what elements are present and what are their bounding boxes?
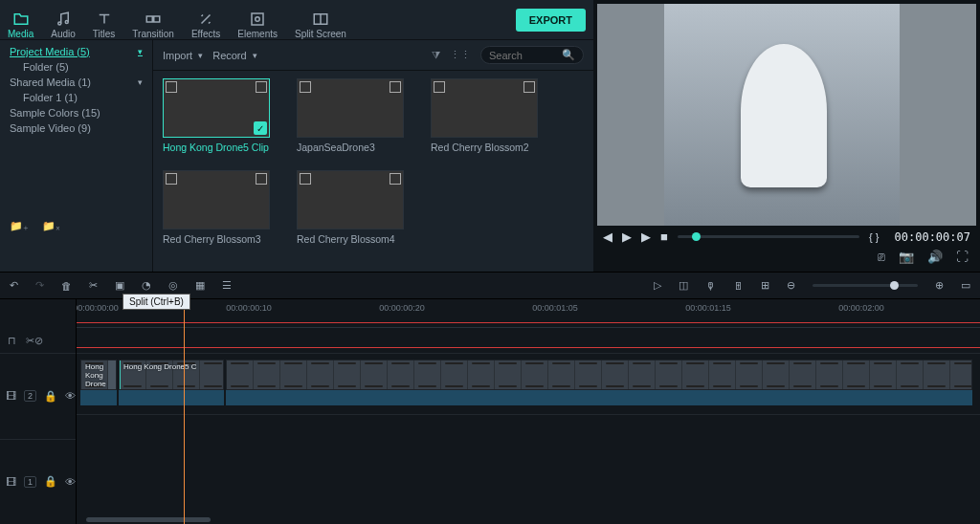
delete-folder-icon[interactable]: 📁ₓ <box>42 220 60 232</box>
zoom-slider[interactable] <box>813 284 918 287</box>
export-button[interactable]: EXPORT <box>516 9 586 32</box>
speed-icon[interactable]: ◔ <box>142 279 151 292</box>
check-icon: ✓ <box>254 121 267 135</box>
marker-icon[interactable]: ◫ <box>679 279 688 292</box>
preview-video[interactable] <box>597 4 976 226</box>
greenscreen-icon[interactable]: ▦ <box>195 279 205 292</box>
tree-project-media[interactable]: Project Media (5)▾ <box>6 44 146 59</box>
media-clip[interactable]: JapanSeaDrone3 <box>297 78 404 153</box>
tree-sample-colors[interactable]: Sample Colors (15) <box>6 105 146 120</box>
quality-icon[interactable]: ⎚ <box>878 250 885 264</box>
new-folder-icon[interactable]: 📁₊ <box>10 220 29 232</box>
link-icon[interactable]: ✂⊘ <box>26 335 43 347</box>
tab-audio-label: Audio <box>51 29 76 39</box>
play-button[interactable]: ▶ <box>622 229 632 244</box>
adjust-icon[interactable]: ☰ <box>222 279 232 292</box>
timeline-audio-clip[interactable] <box>226 390 972 405</box>
tab-titles[interactable]: Titles <box>93 3 116 39</box>
media-thumbnails: ✓Hong Kong Drone5 ClipJapanSeaDrone3Red … <box>153 71 593 272</box>
track-number: 1 <box>24 476 36 488</box>
media-clip[interactable]: Red Cherry Blossom4 <box>297 170 404 245</box>
sort-icon[interactable]: ⋮⋮ <box>450 49 471 61</box>
tab-elements[interactable]: Elements <box>237 3 278 39</box>
delete-icon[interactable]: 🗑 <box>61 280 72 292</box>
ruler-mark: 00:00:01:05 <box>532 303 578 313</box>
timeline-clip[interactable]: Hong Kong Drone5 Clip <box>226 360 972 390</box>
search-box[interactable]: 🔍 <box>480 46 584 64</box>
playhead[interactable] <box>184 299 185 524</box>
next-button[interactable]: ▶ <box>641 229 651 244</box>
import-dropdown[interactable]: Import▾ <box>163 50 203 61</box>
fullscreen-icon[interactable]: ⛶ <box>956 250 969 264</box>
search-input[interactable] <box>489 50 556 61</box>
lock-icon[interactable]: 🔒 <box>44 475 57 488</box>
tab-audio[interactable]: Audio <box>51 3 76 39</box>
tree-project-sub[interactable]: Folder (5) <box>6 59 146 75</box>
timeline-scrollbar[interactable] <box>86 517 211 522</box>
media-tree: Project Media (5)▾ Folder (5) Shared Med… <box>0 40 153 272</box>
chevron-down-icon: ▾ <box>138 47 143 56</box>
chevron-down-icon: ▾ <box>253 51 257 60</box>
timeline-ruler[interactable]: 00:00:00:0000:00:00:1000:00:00:2000:00:0… <box>77 299 980 328</box>
media-clip[interactable]: Red Cherry Blossom3 <box>163 170 270 245</box>
lock-icon[interactable]: 🔒 <box>44 390 57 403</box>
tab-splitscreen[interactable]: Split Screen <box>295 3 346 39</box>
ruler-mark: 00:00:00:00 <box>77 303 119 313</box>
prev-button[interactable]: ◀ <box>603 229 612 244</box>
video-track[interactable]: Hong Kong Drone Hong Kong Drone5 C Hong … <box>77 353 980 414</box>
timeline-audio-clip[interactable] <box>80 390 117 405</box>
svg-rect-4 <box>252 13 263 25</box>
timeline-audio-clip[interactable] <box>119 390 224 405</box>
eye-icon[interactable]: 👁 <box>65 476 76 488</box>
crop-icon[interactable]: ▣ <box>115 279 124 292</box>
zoom-in-icon[interactable]: ⊕ <box>935 279 944 292</box>
fit-icon[interactable]: ▭ <box>961 279 970 292</box>
redo-icon[interactable]: ↷ <box>35 279 44 292</box>
preview-panel: ◀ ▶ ▶ ■ { } 00:00:00:07 ⎚ 📷 🔊 ⛶ <box>593 0 980 272</box>
track-type-icon: 🎞 <box>6 390 16 402</box>
media-clip[interactable]: ✓Hong Kong Drone5 Clip <box>163 78 270 153</box>
voiceover-icon[interactable]: 🎙 <box>705 280 716 292</box>
svg-point-5 <box>256 17 260 22</box>
stop-button[interactable]: ■ <box>660 229 668 244</box>
render-icon[interactable]: ▷ <box>654 279 661 292</box>
markers-icon[interactable]: { } <box>869 231 879 243</box>
clip-name: JapanSeaDrone3 <box>297 142 404 153</box>
timeline-clip[interactable]: Hong Kong Drone5 C <box>119 360 224 390</box>
mixer-icon[interactable]: 🎚 <box>733 280 744 292</box>
audio-track[interactable] <box>77 414 980 475</box>
tab-effects[interactable]: Effects <box>191 3 220 39</box>
color-icon[interactable]: ◎ <box>168 279 178 292</box>
tree-shared-media[interactable]: Shared Media (1)▾ <box>6 75 146 90</box>
ruler-mark: 00:00:02:00 <box>838 303 884 313</box>
tab-transition[interactable]: Transition <box>132 3 174 39</box>
snapshot-icon[interactable]: 📷 <box>899 250 914 264</box>
tab-media[interactable]: Media <box>8 3 33 39</box>
filter-icon[interactable]: ⧩ <box>432 49 440 61</box>
volume-icon[interactable]: 🔊 <box>927 250 943 264</box>
tab-elements-label: Elements <box>237 29 278 39</box>
tree-sample-video[interactable]: Sample Video (9) <box>6 120 146 136</box>
ruler-mark: 00:00:00:20 <box>379 303 425 313</box>
magnet-icon[interactable]: ⊓ <box>8 335 16 347</box>
chevron-down-icon: ▾ <box>138 77 143 87</box>
search-icon[interactable]: 🔍 <box>562 49 575 61</box>
undo-icon[interactable]: ↶ <box>10 279 18 292</box>
zoom-out-icon[interactable]: ⊖ <box>787 279 795 292</box>
eye-icon[interactable]: 👁 <box>65 390 76 402</box>
tab-transition-label: Transition <box>132 29 174 39</box>
media-clip[interactable]: Red Cherry Blossom2 <box>431 78 538 153</box>
tree-shared-sub[interactable]: Folder 1 (1) <box>6 90 146 105</box>
track-head-video[interactable]: 🎞 2 🔒 👁 <box>0 353 76 439</box>
timeline-clip[interactable]: Hong Kong Drone <box>80 360 117 390</box>
ruler-mark: 00:00:00:10 <box>226 303 272 313</box>
track-head-audio[interactable]: 🎞 1 🔒 👁 <box>0 439 76 525</box>
keyframe-icon[interactable]: ⊞ <box>761 279 769 292</box>
clip-name: Red Cherry Blossom3 <box>163 233 270 245</box>
tab-splitscreen-label: Split Screen <box>295 29 346 39</box>
split-icon[interactable]: ✂ <box>89 279 98 292</box>
preview-scrubber[interactable] <box>678 235 859 238</box>
svg-point-0 <box>58 22 61 25</box>
clip-name: Red Cherry Blossom4 <box>297 233 404 245</box>
record-dropdown[interactable]: Record▾ <box>212 50 256 61</box>
